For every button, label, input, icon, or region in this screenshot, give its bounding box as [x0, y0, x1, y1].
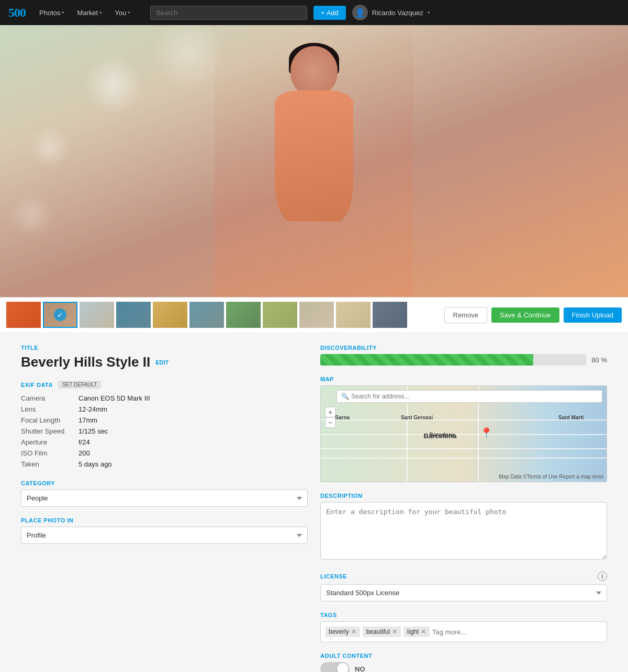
description-section-label: DESCRIPTION — [320, 493, 607, 499]
adult-content-toggle[interactable] — [320, 662, 350, 672]
remove-button[interactable]: Remove — [444, 307, 487, 323]
description-textarea[interactable] — [320, 502, 607, 560]
user-name: Ricardo Vazquez — [372, 9, 423, 17]
tag-beautiful-remove[interactable]: ✕ — [392, 628, 397, 635]
thumb-check-icon: ✓ — [54, 309, 66, 321]
map-road-h4 — [321, 458, 607, 459]
thumbnail-1[interactable] — [6, 302, 41, 328]
map-zoom-in-button[interactable]: + — [325, 407, 335, 417]
adult-content-toggle-label: NO — [355, 665, 365, 673]
license-select[interactable]: Standard 500px License Creative Commons — [320, 584, 607, 601]
set-default-button[interactable]: SET DEFAULT — [58, 381, 101, 389]
woman-figure — [241, 36, 387, 287]
tags-section-label: TAGS — [320, 612, 607, 618]
thumbnail-11[interactable] — [373, 302, 407, 328]
exif-taken-value: 5 days ago — [78, 459, 308, 470]
map-road-h2 — [321, 434, 607, 435]
exif-camera-row: Camera Canon EOS 5D Mark III — [21, 393, 308, 404]
exif-section-label: EXIF DATA — [21, 382, 53, 388]
thumbnail-4[interactable] — [116, 302, 151, 328]
thumbnail-7[interactable] — [226, 302, 261, 328]
license-header: LICENSE ℹ — [320, 572, 607, 581]
tag-beautiful: beautiful ✕ — [363, 627, 401, 637]
thumbnail-actions: Remove Save & Continue Finish Upload — [444, 307, 622, 323]
tag-light-text: light — [407, 628, 419, 635]
tag-light-remove[interactable]: ✕ — [421, 628, 426, 635]
add-button[interactable]: + Add — [313, 6, 346, 20]
place-section: PLACE PHOTO IN Profile Archive — [21, 517, 308, 544]
description-section: DESCRIPTION — [320, 493, 607, 561]
search-icon: 🔍 — [341, 393, 349, 400]
map-controls: + − — [325, 407, 335, 428]
adult-content-label: ADULT CONTENT — [320, 653, 607, 659]
map-pin-icon: 📍 — [480, 427, 493, 439]
nav-you[interactable]: You ▾ — [111, 7, 133, 19]
exif-aperture-value: f/24 — [78, 437, 308, 448]
category-select[interactable]: People Abstract Nature — [21, 489, 308, 507]
exif-camera-label: Camera — [21, 393, 78, 404]
finish-upload-button[interactable]: Finish Upload — [564, 307, 622, 323]
category-section-label: CATEGORY — [21, 480, 308, 486]
thumbnail-9[interactable] — [299, 302, 334, 328]
exif-shutter-value: 1/125 sec — [78, 426, 308, 437]
exif-focal-label: Focal Length — [21, 415, 78, 426]
map-section: MAP Nou Barris Badalona Sarna Sant Gerva… — [320, 376, 607, 482]
license-section-label: LICENSE — [320, 573, 347, 579]
map-zoom-out-button[interactable]: − — [325, 417, 335, 428]
progress-bar — [320, 354, 586, 366]
main-photo — [0, 25, 628, 297]
thumbnail-strip: ✓ Remove Save & Continue Finish Upload — [0, 297, 628, 332]
thumbnail-3[interactable] — [80, 302, 114, 328]
nav-photos[interactable]: Photos ▾ — [36, 7, 68, 19]
exif-iso-row: ISO Film 200 — [21, 448, 308, 459]
head — [290, 46, 338, 96]
discoverability-label: DISCOVERABILITY — [320, 345, 607, 351]
photo-container: ✓ Remove Save & Continue Finish Upload — [0, 25, 628, 332]
map-container[interactable]: Nou Barris Badalona Sarna Sant Gervasi S… — [320, 385, 607, 482]
photos-chevron-icon: ▾ — [62, 10, 64, 15]
map-label-city3: Sarna — [335, 415, 350, 420]
map-search-bar[interactable]: 🔍 — [337, 390, 602, 403]
discoverability-section: DISCOVERABILITY 80 % — [320, 345, 607, 366]
edit-link[interactable]: EDIT — [155, 359, 169, 366]
exif-shutter-row: Shutter Speed 1/125 sec — [21, 426, 308, 437]
license-section: LICENSE ℹ Standard 500px License Creativ… — [320, 572, 607, 601]
thumbnail-5[interactable] — [153, 302, 187, 328]
tag-light: light ✕ — [403, 627, 430, 637]
title-section-label: TITLE — [21, 345, 308, 351]
exif-taken-label: Taken — [21, 459, 78, 470]
search-input[interactable] — [150, 6, 307, 20]
category-section: CATEGORY People Abstract Nature — [21, 480, 308, 507]
exif-aperture-label: Aperture — [21, 437, 78, 448]
thumbnail-10[interactable] — [336, 302, 371, 328]
license-info-icon[interactable]: ℹ — [598, 572, 607, 581]
logo[interactable]: 500 — [8, 6, 26, 20]
exif-shutter-label: Shutter Speed — [21, 426, 78, 437]
left-column: EXIF DATA TITLE Beverly Hills Style II E… — [21, 345, 308, 672]
map-section-label: MAP — [320, 376, 607, 382]
exif-iso-value: 200 — [78, 448, 308, 459]
exif-header: EXIF DATA SET DEFAULT — [21, 381, 308, 389]
exif-aperture-row: Aperture f/24 — [21, 437, 308, 448]
progress-fill — [320, 354, 533, 366]
save-continue-button[interactable]: Save & Continue — [491, 307, 559, 323]
tag-input[interactable] — [432, 628, 602, 636]
nav-market[interactable]: Market ▾ — [74, 7, 105, 19]
map-label-barcelona-main: Barcelona — [424, 432, 457, 440]
exif-lens-value: 12-24mm — [78, 404, 308, 415]
exif-taken-row: Taken 5 days ago — [21, 459, 308, 470]
user-menu[interactable]: 👤 Ricardo Vazquez ▾ — [352, 5, 430, 20]
place-select[interactable]: Profile Archive — [21, 527, 308, 544]
thumbnail-6[interactable] — [189, 302, 224, 328]
thumbnail-2[interactable]: ✓ — [43, 302, 77, 328]
thumbnail-8[interactable] — [263, 302, 297, 328]
details-area: EXIF DATA TITLE Beverly Hills Style II E… — [0, 332, 628, 672]
avatar: 👤 — [352, 5, 368, 20]
right-column: DISCOVERABILITY 80 % MAP — [320, 345, 607, 672]
market-chevron-icon: ▾ — [99, 10, 102, 15]
body — [275, 90, 353, 221]
exif-iso-label: ISO Film — [21, 448, 78, 459]
tag-beverly-remove[interactable]: ✕ — [351, 628, 356, 635]
adult-content-section: ADULT CONTENT NO — [320, 653, 607, 672]
map-search-input[interactable] — [351, 393, 598, 400]
